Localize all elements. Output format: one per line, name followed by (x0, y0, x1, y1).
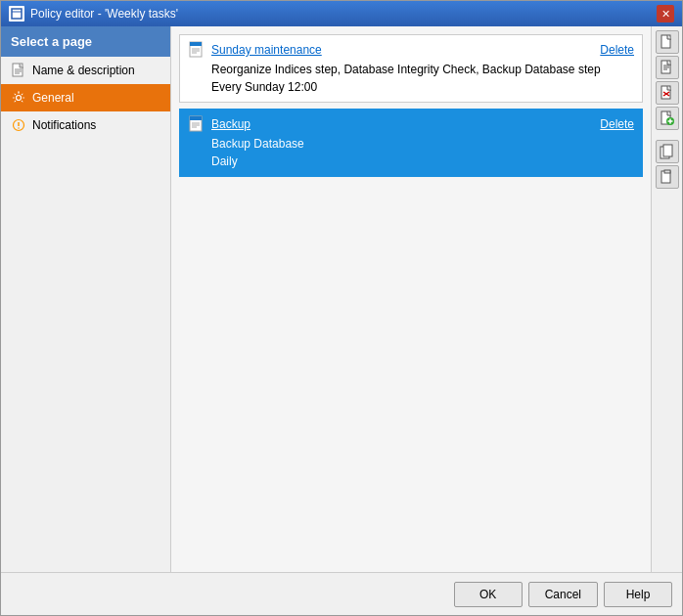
footer: OK Cancel Help (1, 572, 682, 615)
sidebar-item-label: General (32, 91, 74, 105)
ok-button[interactable]: OK (454, 582, 523, 607)
close-button[interactable]: ✕ (657, 5, 674, 22)
toolbar (651, 26, 682, 572)
window-title: Policy editor - 'Weekly tasks' (30, 7, 178, 21)
task-desc-line1: Backup Database (211, 135, 634, 153)
sidebar: Select a page Name & description (1, 26, 171, 572)
new-document-button[interactable] (656, 30, 679, 54)
title-bar: Policy editor - 'Weekly tasks' ✕ (1, 1, 682, 26)
toolbar-separator (656, 132, 678, 138)
main-window: Policy editor - 'Weekly tasks' ✕ Select … (0, 0, 683, 616)
main-content: Sunday maintenance Delete Reorganize Ind… (171, 26, 651, 572)
content-area: Sunday maintenance Delete Reorganize Ind… (171, 26, 651, 572)
copy-document-button[interactable] (656, 140, 679, 163)
delete-document-button[interactable] (656, 81, 679, 105)
task-desc-line2: Daily (211, 153, 634, 170)
svg-rect-0 (12, 9, 22, 19)
edit-document-button[interactable] (656, 56, 679, 79)
sidebar-item-name-description[interactable]: Name & description (1, 57, 170, 84)
task-delete-link[interactable]: Delete (600, 43, 634, 57)
cancel-button[interactable]: Cancel (528, 582, 598, 607)
help-button[interactable]: Help (604, 582, 672, 607)
add-document-button[interactable] (656, 107, 679, 130)
sidebar-item-general[interactable]: General (1, 84, 170, 111)
svg-rect-35 (664, 170, 670, 173)
sidebar-header: Select a page (1, 26, 170, 57)
task-desc-line2: Every Sunday 12:00 (211, 78, 634, 96)
task-title[interactable]: Backup (211, 117, 250, 131)
task-icon (188, 41, 205, 59)
paste-document-button[interactable] (656, 165, 679, 189)
window-body: Select a page Name & description (1, 26, 682, 572)
svg-rect-16 (190, 116, 202, 120)
sidebar-item-notifications[interactable]: Notifications (1, 111, 170, 139)
svg-rect-11 (190, 42, 202, 46)
task-item: Sunday maintenance Delete Reorganize Ind… (179, 34, 643, 103)
sidebar-item-label: Notifications (32, 118, 96, 132)
task-title[interactable]: Sunday maintenance (211, 43, 322, 57)
notification-icon (11, 117, 26, 133)
gear-icon (11, 90, 26, 106)
task-delete-link[interactable]: Delete (600, 117, 634, 131)
window-icon (9, 6, 24, 22)
svg-rect-33 (663, 145, 672, 156)
svg-point-6 (17, 96, 22, 101)
page-icon (11, 63, 26, 78)
task-description: Reorganize Indices step, Database Integr… (188, 61, 634, 96)
sidebar-item-label: Name & description (32, 64, 135, 77)
task-description: Backup Database Daily (188, 135, 634, 170)
task-desc-line1: Reorganize Indices step, Database Integr… (211, 61, 634, 78)
svg-point-9 (18, 127, 20, 129)
task-icon (188, 115, 205, 133)
task-item: Backup Delete Backup Database Daily (179, 109, 643, 177)
